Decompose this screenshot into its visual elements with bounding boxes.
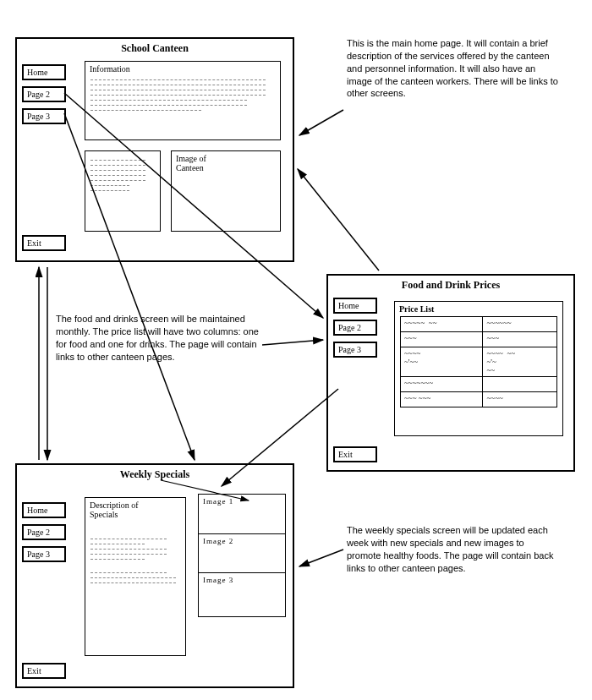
- specials-nav-exit[interactable]: Exit: [22, 663, 66, 679]
- specials-description-panel: Description of Specials: [85, 497, 186, 656]
- svg-line-0: [299, 110, 343, 135]
- home-secondary-text-panel: [85, 150, 161, 232]
- price-list-label: Price List: [395, 302, 562, 316]
- wireframe-specials: Weekly Specials Home Page 2 Page 3 Exit …: [15, 463, 294, 688]
- specials-image-3: Image 3: [199, 572, 285, 611]
- svg-line-9: [299, 550, 343, 566]
- wireframe-prices-title: Food and Drink Prices: [328, 276, 573, 297]
- specials-image-1: Image 1: [199, 495, 285, 533]
- home-canteen-image-panel: Image of Canteen: [171, 150, 281, 232]
- home-nav-exit[interactable]: Exit: [22, 235, 66, 251]
- table-row: ~~~~~~: [401, 332, 557, 347]
- table-row: ~~~ ~~~~~~~: [401, 392, 557, 407]
- home-nav-page2[interactable]: Page 2: [22, 86, 66, 102]
- home-information-panel: Information: [85, 61, 281, 140]
- specials-nav-page2[interactable]: Page 2: [22, 524, 66, 540]
- placeholder-text: [85, 522, 185, 588]
- home-nav-page3[interactable]: Page 3: [22, 108, 66, 124]
- specials-image-2: Image 2: [199, 533, 285, 572]
- specials-image-stack: Image 1 Image 2 Image 3: [198, 494, 286, 617]
- home-information-label: Information: [85, 62, 280, 76]
- placeholder-text: [85, 76, 280, 115]
- price-list-panel: Price List ~~~~~ ~~~~~~~~ ~~~~~~ ~~~~~'~…: [394, 301, 563, 436]
- wireframe-home: School Canteen Home Page 2 Page 3 Exit I…: [15, 37, 294, 262]
- specials-nav-page3[interactable]: Page 3: [22, 546, 66, 562]
- wireframe-home-title: School Canteen: [17, 39, 293, 60]
- price-table: ~~~~~ ~~~~~~~~ ~~~~~~ ~~~~~'~~~~~~ ~~~'~…: [400, 316, 557, 407]
- svg-line-5: [262, 340, 323, 345]
- caption-prices: The food and drinks screen will be maint…: [56, 313, 259, 363]
- placeholder-text: [85, 151, 160, 195]
- caption-home: This is the main home page. It will cont…: [347, 37, 558, 100]
- prices-nav-page2[interactable]: Page 2: [333, 320, 377, 336]
- home-nav-home[interactable]: Home: [22, 64, 66, 80]
- specials-description-label: Description of Specials: [85, 498, 153, 522]
- prices-nav-exit[interactable]: Exit: [333, 446, 377, 462]
- prices-nav-page3[interactable]: Page 3: [333, 342, 377, 358]
- wireframe-specials-title: Weekly Specials: [17, 465, 293, 486]
- table-row: ~~~~~~~: [401, 377, 557, 392]
- table-row: ~~~~~ ~~~~~~~~: [401, 317, 557, 332]
- home-image-label: Image of Canteen: [172, 151, 222, 175]
- caption-specials: The weekly specials screen will be updat…: [347, 524, 558, 574]
- table-row: ~~~~~'~~~~~~ ~~~'~~~: [401, 347, 557, 377]
- wireframe-prices: Food and Drink Prices Home Page 2 Page 3…: [326, 274, 575, 472]
- prices-nav-home[interactable]: Home: [333, 298, 377, 314]
- specials-nav-home[interactable]: Home: [22, 502, 66, 518]
- svg-line-6: [298, 169, 379, 271]
